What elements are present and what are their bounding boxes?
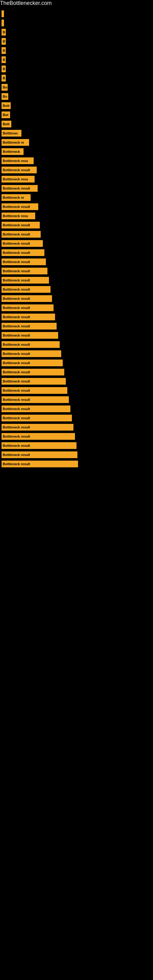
bar: Bottleneck result (2, 185, 38, 192)
bar-row: Bottleneck result (2, 221, 153, 229)
bar: Bottlenec (2, 130, 21, 137)
bar-row: Bottleneck result (2, 184, 153, 192)
bar: Bottleneck result (2, 332, 58, 339)
bar-row: Bottleneck result (2, 404, 153, 413)
bar-label: Bottleneck result (3, 242, 30, 245)
bar-label: Bottleneck result (3, 315, 30, 319)
bar-label: Bottleneck result (3, 223, 30, 227)
bar-label: Bottleneck result (3, 407, 30, 411)
bar-row: Bottleneck result (2, 166, 153, 174)
bar-row: Bottleneck result (2, 304, 153, 312)
bar-label: Bottleneck result (3, 288, 30, 291)
bar: B (2, 29, 6, 35)
bar: B (2, 65, 6, 72)
bar-row: Bottleneck result (2, 395, 153, 404)
bar-row: Bo (2, 83, 153, 92)
bar-row: Bottleneck result (2, 359, 153, 367)
bar-label: Bottleneck result (3, 232, 30, 236)
bar-label: Bottleneck result (3, 269, 30, 273)
bar-row: Bottleneck result (2, 202, 153, 211)
bar-row: Bottleneck result (2, 313, 153, 321)
bar-row: Bottleneck re (2, 193, 153, 202)
bar (2, 10, 4, 17)
bar-label: Bo (3, 95, 7, 98)
bar-row: Bottleneck result (2, 340, 153, 349)
bar (2, 20, 4, 26)
bar-label: Bottleneck result (3, 297, 30, 301)
bar-row: Bott (2, 120, 153, 128)
bar-row: B (2, 46, 153, 55)
bar: Bott (2, 121, 11, 127)
bar-row: Bo (2, 92, 153, 101)
bar: Bottleneck result (2, 240, 43, 247)
bar-label: Bottleneck result (3, 370, 30, 374)
bar-row: Bottleneck result (2, 294, 153, 303)
bar: Bottleneck result (2, 415, 72, 422)
bar-label: Bottleneck result (3, 425, 30, 429)
bar-label: Bott (3, 104, 10, 108)
bar-row: Bottleneck result (2, 423, 153, 431)
bar: Bottleneck result (2, 258, 46, 265)
bar: Bottleneck result (2, 277, 49, 283)
bar-row: Bottleneck result (2, 386, 153, 395)
bar-label: Bot (3, 113, 8, 117)
bar: Bottleneck result (2, 167, 37, 173)
bar-row: B (2, 28, 153, 37)
bar-row: Bottleneck result (2, 432, 153, 441)
bar-label: Bottleneck resu (3, 214, 28, 218)
bar-row: Bottleneck result (2, 414, 153, 422)
bar: Bottleneck result (2, 341, 60, 348)
bar: Bottleneck result (2, 461, 78, 467)
bar-label: B (3, 76, 5, 80)
bar-label: Bott (3, 122, 10, 126)
bar-label: Bottleneck result (3, 444, 30, 447)
bar: B (2, 56, 6, 63)
bar-row: Bottleneck resu (2, 175, 153, 183)
bar: Bottleneck result (2, 268, 48, 274)
bar: Bot (2, 111, 10, 118)
bar: Bottleneck result (2, 231, 41, 238)
bar-label: Bottleneck result (3, 352, 30, 356)
bar-label: Bottleneck result (3, 186, 30, 190)
bar-label: B (3, 30, 5, 34)
bar-row (2, 10, 153, 18)
bar-row: Bottleneck result (2, 441, 153, 450)
bar-row: Bottleneck result (2, 368, 153, 376)
bar: Bottleneck re (2, 139, 29, 146)
bar-label: Bottlenec (3, 131, 18, 135)
bar-row: Bottleneck result (2, 248, 153, 257)
bar: Bottleneck resu (2, 213, 35, 219)
bar: Bottleneck result (2, 433, 75, 440)
bar-label: B (3, 67, 5, 71)
bar-label: Bottleneck result (3, 462, 30, 466)
bar: Bottleneck re (2, 194, 30, 201)
bar-row: Bottleneck result (2, 350, 153, 358)
bar-label: Bottleneck result (3, 343, 30, 346)
bar: Bottleneck result (2, 452, 77, 458)
bar-label: Bottleneck resu (3, 159, 28, 162)
bar-label: Bottleneck result (3, 389, 30, 392)
bar-label: Bottleneck result (3, 398, 30, 401)
bar-label: Bottleneck result (3, 416, 30, 420)
bar-row: Bottlenec (2, 129, 153, 137)
bar-row: Bottleneck result (2, 331, 153, 340)
bar-row: Bottleneck result (2, 460, 153, 468)
bar: Bo (2, 93, 8, 100)
bar: Bottleneck result (2, 222, 40, 229)
bar-row: B (2, 65, 153, 73)
bar-row (2, 19, 153, 27)
bar-label: Bottleneck result (3, 324, 30, 328)
bar-label: B (3, 40, 5, 43)
bar-label: Bottleneck result (3, 278, 30, 282)
bar: Bottleneck result (2, 313, 55, 320)
bar-row: Bott (2, 101, 153, 110)
bar: Bottleneck result (2, 378, 66, 385)
bar-label: Bottleneck result (3, 361, 30, 365)
bar-label: Bottleneck result (3, 453, 30, 457)
bar-label: B (3, 49, 5, 52)
bar-label: Bottleneck result (3, 168, 30, 172)
bar-label: Bottleneck result (3, 260, 30, 264)
bar-row: Bottleneck (2, 147, 153, 156)
bar: Bottleneck (2, 148, 24, 155)
bar: Bottleneck result (2, 406, 70, 412)
